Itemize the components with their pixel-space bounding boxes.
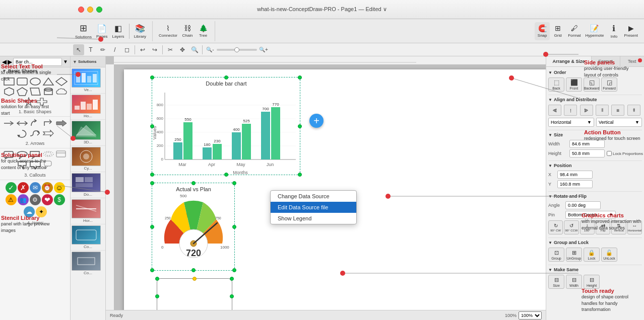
- icon-cloud[interactable]: ☁: [24, 206, 35, 217]
- move-tool[interactable]: ✥: [177, 44, 188, 55]
- bottom-shape[interactable]: [157, 278, 232, 314]
- rect-shape[interactable]: [3, 77, 15, 86]
- zoom-slider[interactable]: [217, 49, 257, 51]
- cylinder-shape[interactable]: [42, 87, 54, 96]
- diamond-shape[interactable]: [55, 77, 68, 86]
- make-same-width-btn[interactable]: ⊟ Width: [566, 275, 582, 289]
- action-button-plus[interactable]: +: [309, 114, 324, 128]
- rotate-angle-input[interactable]: [565, 201, 601, 209]
- present-button[interactable]: ▶ Present: [622, 22, 640, 40]
- solution-item-5[interactable]: Hor...: [71, 198, 105, 224]
- solution-item-6[interactable]: Co...: [71, 224, 105, 251]
- align-center-btn[interactable]: ⫶: [564, 105, 577, 116]
- make-same-size-btn[interactable]: ⊟ Size: [548, 275, 564, 289]
- pen-tool[interactable]: ✏: [97, 44, 108, 55]
- rotate-90cw-btn[interactable]: ↻ 90° CW: [548, 220, 563, 234]
- scissors-tool[interactable]: ✂: [165, 44, 176, 55]
- distribute-horizontal[interactable]: Horizontal ▼: [548, 118, 594, 127]
- arrow-notched[interactable]: [42, 129, 54, 138]
- selection-handle-ml[interactable]: [150, 124, 154, 128]
- distribute-vertical[interactable]: Vertical ▼: [596, 118, 642, 127]
- snap-button[interactable]: 🧲 Snap: [535, 22, 550, 40]
- solution-item-3[interactable]: Cy...: [71, 146, 105, 172]
- lock-btn[interactable]: 🔒 Lock: [584, 248, 600, 262]
- icon-gear[interactable]: ⚙: [30, 194, 41, 205]
- arrow-curved[interactable]: [29, 119, 41, 128]
- minimize-button[interactable]: [87, 7, 93, 13]
- grid-button[interactable]: ⊞ Grid: [550, 22, 565, 40]
- callout-6[interactable]: [16, 161, 28, 170]
- ctx-edit-data-source[interactable]: Edit Data Source file: [271, 202, 356, 213]
- order-back-btn[interactable]: ⬚ Back: [548, 77, 564, 92]
- tab-format[interactable]: Format: [592, 56, 620, 66]
- stencil-nav-fwd[interactable]: ▶: [8, 58, 12, 65]
- library-button[interactable]: 📚 Library: [132, 22, 148, 40]
- size-height-input[interactable]: [569, 149, 605, 157]
- position-x-input[interactable]: [557, 171, 593, 179]
- position-y-input[interactable]: [557, 180, 593, 188]
- unlock-btn[interactable]: 🔓 UnLock: [601, 248, 617, 262]
- align-top-btn[interactable]: ⫴: [596, 105, 609, 116]
- gauge-handle-mr[interactable]: [232, 225, 236, 229]
- connector-button[interactable]: ⌇ Connector: [157, 22, 179, 40]
- canvas-page[interactable]: Double bar chart Values Months 0 200 400…: [124, 69, 546, 320]
- selection-handle-mr[interactable]: [298, 124, 302, 128]
- icon-dollar[interactable]: $: [54, 194, 65, 205]
- icon-heart[interactable]: ❤: [42, 194, 53, 205]
- callout-8[interactable]: [42, 161, 54, 170]
- gauge-handle-br[interactable]: [232, 268, 236, 272]
- zoom-tool[interactable]: 🔍: [189, 44, 200, 55]
- arrow-block-right[interactable]: [55, 119, 68, 128]
- lock-proportions-checkbox[interactable]: [607, 151, 612, 156]
- order-backward-btn[interactable]: ◱ Backward: [584, 77, 600, 92]
- selection-handle-tm[interactable]: [224, 75, 228, 79]
- make-same-height-btn[interactable]: ⊟ Height: [584, 275, 600, 289]
- icon-clock[interactable]: ⏰: [42, 182, 53, 193]
- order-forward-btn[interactable]: ◲ Forward: [601, 77, 617, 92]
- tree-button[interactable]: 🌲 Tree: [196, 22, 211, 40]
- flip-vertical-btn[interactable]: ⇅ Vertical: [611, 220, 626, 234]
- order-front-btn[interactable]: ⬛ Front: [566, 77, 582, 92]
- select-tool[interactable]: ↖: [73, 44, 84, 55]
- star-shape[interactable]: [23, 97, 35, 106]
- line-tool[interactable]: /: [109, 44, 120, 55]
- gauge-handle-bl[interactable]: [150, 268, 154, 272]
- redo-button[interactable]: ↪: [149, 44, 160, 55]
- selection-handle-tr[interactable]: [298, 75, 302, 79]
- rect-round-shape[interactable]: [16, 77, 28, 86]
- ungroup-btn[interactable]: ⊞ UnGroup: [566, 248, 582, 262]
- callout-3[interactable]: [29, 150, 41, 159]
- icon-warning[interactable]: ⚠: [6, 194, 17, 205]
- undo-button[interactable]: ↩: [137, 44, 148, 55]
- callout-5[interactable]: [55, 150, 68, 159]
- arrow-right[interactable]: [3, 119, 15, 128]
- selection-handle-br[interactable]: [298, 173, 302, 177]
- callout-2[interactable]: [16, 150, 28, 159]
- arrow-double[interactable]: [16, 119, 28, 128]
- zoom-in-button[interactable]: 🔍+: [258, 44, 269, 55]
- close-button[interactable]: [78, 7, 84, 13]
- align-right-btn[interactable]: ⫸: [580, 105, 593, 116]
- solutions-button[interactable]: ⊞ Solutions: [73, 22, 94, 40]
- ctx-change-data-source[interactable]: Change Data Source: [271, 191, 356, 202]
- selection-handle-tl[interactable]: [150, 75, 154, 79]
- zoom-select[interactable]: 100%: [519, 311, 542, 319]
- solution-item-4[interactable]: Do...: [71, 172, 105, 198]
- group-btn[interactable]: ⊡ Group: [548, 248, 564, 262]
- text-tool[interactable]: T: [85, 44, 96, 55]
- gauge-handle-bm[interactable]: [191, 268, 196, 272]
- size-width-input[interactable]: [569, 140, 605, 148]
- solution-item-2[interactable]: 3D...: [71, 120, 105, 146]
- circle-shape[interactable]: [29, 77, 41, 86]
- solution-item-0[interactable]: Ve...: [71, 67, 105, 94]
- selection-handle-bm[interactable]: [224, 173, 228, 177]
- icon-smile[interactable]: ☺: [54, 182, 65, 193]
- cross-shape[interactable]: [36, 97, 48, 106]
- icon-star[interactable]: ✦: [36, 206, 47, 217]
- pages-button[interactable]: 📄 Pages: [94, 22, 110, 40]
- hypernote-button[interactable]: 📝 Hypernote: [584, 22, 606, 40]
- stencil-nav-back[interactable]: ◀: [2, 58, 7, 65]
- solution-item-7[interactable]: Co...: [71, 251, 105, 276]
- solution-item-1[interactable]: Ho...: [71, 94, 105, 120]
- pentagon-shape[interactable]: [16, 87, 28, 96]
